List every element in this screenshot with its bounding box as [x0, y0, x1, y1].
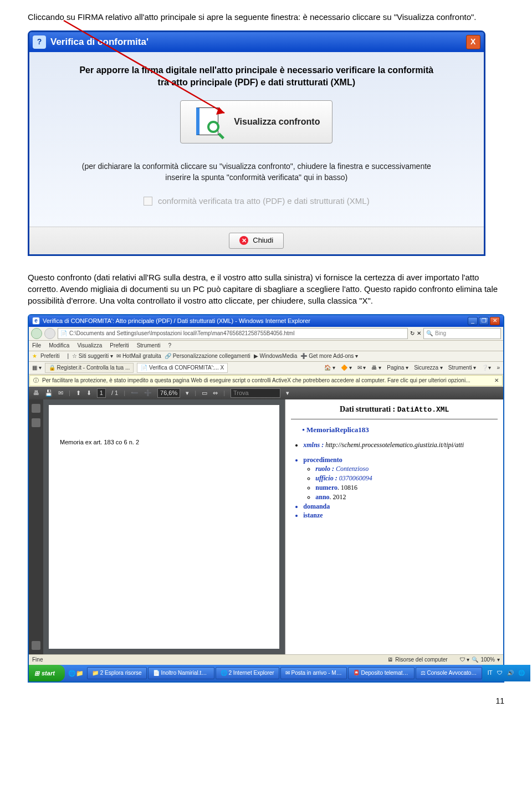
pdf-zoom-value[interactable]: 76,6%: [157, 388, 180, 398]
computer-icon: 🖥: [387, 656, 393, 664]
pdf-toolbar: 🖶 💾 ✉ | ⬆ ⬇ 1 / 1 | ➖ ➕ 76,6% ▾ | ▭ ⇔ | …: [29, 387, 503, 399]
pdf-print-icon[interactable]: 🖶: [33, 389, 39, 397]
fav-item-1[interactable]: ✉ HotMail gratuita: [116, 352, 161, 360]
pdf-sidebar: [29, 399, 43, 654]
home-icon[interactable]: 🏠 ▾: [324, 364, 335, 372]
xml-list2: procedimento: [303, 455, 503, 465]
menu-visualizza[interactable]: Visualizza: [77, 342, 102, 350]
menu-strumenti[interactable]: Strumenti: [137, 342, 161, 350]
mail-icon[interactable]: ✉ ▾: [357, 364, 366, 372]
conformita-checkbox[interactable]: [144, 197, 152, 206]
address-input[interactable]: 📄 C:\Documents and Settings\user\Imposta…: [58, 328, 408, 339]
pdf-viewport[interactable]: Memoria ex art. 183 co 6 n. 2: [43, 399, 285, 654]
pdf-page-up[interactable]: ⬆: [76, 389, 81, 397]
quicklaunch-icon[interactable]: 🌐: [68, 669, 76, 678]
pdf-fit-icon[interactable]: ▭: [202, 389, 207, 397]
pdf-find-dropdown[interactable]: ▾: [286, 389, 289, 397]
tab-verifica[interactable]: 📄 Verifica di CONFORMITA':... X: [137, 363, 228, 373]
fav-item-4[interactable]: ➕ Get more Add-ons ▾: [300, 352, 358, 360]
menu-modifica[interactable]: Modifica: [49, 342, 69, 350]
tool-strumenti[interactable]: Strumenti ▾: [448, 364, 477, 372]
dialog-heading-l2: tra atto principale (PDF) e dati struttu…: [42, 76, 472, 89]
content-split: Memoria ex art. 183 co 6 n. 2 Dati strut…: [29, 399, 503, 654]
pdf-attachments-icon[interactable]: [32, 641, 40, 650]
task-item-2[interactable]: 🌐 2 Internet Explorer: [216, 667, 279, 679]
tabs-grid-icon[interactable]: ▦ ▾: [32, 364, 42, 372]
task-item-5[interactable]: ⚖ Console Avvocato®...: [416, 667, 482, 679]
xml-list3: domanda istanze: [303, 502, 503, 521]
chiudi-button[interactable]: ✕ Chiudi: [229, 233, 284, 248]
pdf-find-input[interactable]: Trova: [231, 388, 280, 398]
visualizza-confronto-button[interactable]: Visualizza confronto: [180, 100, 332, 143]
tray-icon-1[interactable]: 🛡: [497, 669, 503, 677]
task-item-3[interactable]: ✉ Posta in arrivo - Micr...: [280, 667, 347, 679]
status-zoom[interactable]: 🛡 ▾ 🔍 100% ▾: [460, 656, 500, 664]
forward-button[interactable]: [44, 328, 55, 339]
chiudi-label: Chiudi: [253, 235, 273, 245]
menu-preferiti[interactable]: Preferiti: [110, 342, 129, 350]
pdf-page-input[interactable]: 1: [97, 388, 106, 398]
menu-file[interactable]: File: [32, 342, 41, 350]
back-button[interactable]: [31, 328, 42, 339]
dialog-heading-l1: Per apporre la firma digitale nell'atto …: [42, 64, 472, 76]
pdf-page-down[interactable]: ⬇: [86, 389, 91, 397]
pdf-save-icon[interactable]: 💾: [45, 389, 53, 397]
pdf-mail-icon[interactable]: ✉: [58, 389, 63, 397]
close-window-button[interactable]: ✕: [490, 317, 500, 325]
intro-text-b: "Visualizza confronto".: [394, 12, 477, 22]
dialog-close-button[interactable]: X: [466, 35, 480, 49]
preferiti-label[interactable]: Preferiti: [40, 352, 59, 360]
minimize-button[interactable]: _: [468, 317, 478, 325]
xml-anno: anno. 2012: [315, 493, 503, 502]
refresh-button[interactable]: ↻: [410, 330, 415, 337]
pdf-bookmarks-icon[interactable]: [32, 418, 40, 427]
tool-sicurezza[interactable]: Sicurezza ▾: [414, 364, 443, 372]
quicklaunch-icon-2[interactable]: 📁: [76, 669, 84, 678]
tool-pagina[interactable]: Pagina ▾: [387, 364, 408, 372]
xml-xmlns: xmlns : http://schemi.processotelematico…: [303, 440, 503, 450]
dialog-sub-l2: inserire la spunta "conformità verificat…: [42, 172, 472, 183]
pdf-zoom-dropdown[interactable]: ▾: [186, 389, 189, 397]
xml-ufficio: ufficio : 0370060094: [315, 474, 503, 483]
tray-icon-3[interactable]: 🌐: [518, 669, 525, 677]
pdf-fitw-icon[interactable]: ⇔: [213, 389, 218, 397]
pdf-thumbnails-icon[interactable]: [32, 404, 40, 413]
ie-tabs-row: ▦ ▾ 🔒 Register.it - Controlla la tua ...…: [29, 362, 503, 375]
feeds-icon[interactable]: 🔶 ▾: [341, 364, 352, 372]
start-button[interactable]: ⊞ start: [29, 665, 65, 681]
ie-icon: e: [32, 317, 40, 325]
ie-infobar[interactable]: ⓘ Per facilitare la protezione, è stato …: [29, 375, 503, 386]
task-item-1[interactable]: 📄 Inoltro Namirial.txt -...: [148, 667, 214, 679]
pdf-zoom-out[interactable]: ➖: [131, 389, 139, 397]
ie-address-bar: 📄 C:\Documents and Settings\user\Imposta…: [29, 327, 503, 341]
task-item-4[interactable]: 📮 Deposito telematic...: [348, 667, 415, 679]
infobar-close[interactable]: ✕: [494, 377, 499, 384]
dialog-sub-l1: (per dichiarare la conformità cliccare s…: [42, 161, 472, 172]
conformita-checkbox-row: conformità verificata tra atto (PDF) e d…: [42, 195, 472, 207]
tray-lang[interactable]: IT: [488, 669, 493, 677]
conformita-checkbox-label: conformità verificata tra atto (PDF) e d…: [158, 195, 370, 207]
favorites-star-icon[interactable]: ★: [32, 352, 37, 360]
fav-item-2[interactable]: 🔗 Personalizzazione collegamenti: [165, 352, 250, 360]
help-icon: ?: [33, 35, 46, 49]
help-icon[interactable]: ❔▾: [482, 364, 491, 372]
pdf-zoom-in[interactable]: ➕: [144, 389, 152, 397]
address-text: C:\Documents and Settings\user\Impostazi…: [69, 330, 294, 337]
xml-sub: ruolo : Contenzioso ufficio : 0370060094…: [303, 464, 503, 501]
menu-help[interactable]: ?: [168, 342, 171, 350]
mid-paragraph: Questo confronto (dati relativi all'RG s…: [28, 271, 504, 306]
window-controls: _ ❐ ✕: [468, 317, 500, 325]
search-input[interactable]: 🔍 Bing: [423, 328, 501, 339]
maximize-button[interactable]: ❐: [479, 317, 489, 325]
stop-button[interactable]: ✕: [417, 330, 421, 337]
ie-titlebar: e Verifica di CONFORMITA': Atto principa…: [29, 315, 503, 327]
print-icon[interactable]: 🖶 ▾: [371, 364, 381, 372]
task-item-0[interactable]: 📁 2 Esplora risorse: [87, 667, 147, 679]
tray-icon-2[interactable]: 🔊: [507, 669, 514, 677]
fav-item-0[interactable]: ☆ Siti suggeriti ▾: [72, 352, 113, 360]
xml-procedimento: procedimento: [303, 455, 503, 465]
fav-item-3[interactable]: ▶ WindowsMedia: [254, 352, 298, 360]
tab-register[interactable]: 🔒 Register.it - Controlla la tua ...: [45, 363, 134, 373]
more-chevron[interactable]: »: [497, 364, 500, 372]
status-zone: 🖥 Risorse del computer: [387, 656, 447, 664]
